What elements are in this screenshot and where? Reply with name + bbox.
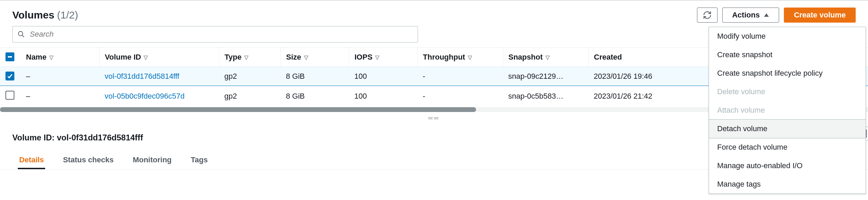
sort-icon[interactable]: ▽ [49, 54, 53, 61]
refresh-icon [703, 11, 712, 20]
title-count: (1/2) [57, 9, 78, 21]
menu-delete-volume: Delete volume [709, 83, 866, 101]
cell-type: gp2 [224, 72, 237, 80]
refresh-button[interactable] [697, 8, 718, 23]
actions-label: Actions [732, 11, 760, 20]
tab-monitoring[interactable]: Monitoring [131, 152, 173, 169]
search-input[interactable] [30, 30, 413, 39]
svg-point-1 [18, 32, 23, 36]
menu-detach-volume[interactable]: Detach volume [709, 119, 866, 138]
drag-handle-icon: ══ [428, 115, 440, 122]
sort-icon[interactable]: ▽ [144, 54, 148, 61]
page-title: Volumes (1/2) [12, 9, 78, 21]
col-iops[interactable]: IOPS [355, 53, 373, 61]
cell-size: 8 GiB [286, 92, 305, 100]
row-checkbox[interactable] [5, 72, 14, 80]
col-volume-id[interactable]: Volume ID [105, 53, 141, 61]
col-name[interactable]: Name [26, 53, 47, 61]
col-throughput[interactable]: Throughput [423, 53, 465, 61]
cell-iops: 100 [354, 92, 367, 100]
sort-icon[interactable]: ▽ [375, 54, 379, 61]
cell-iops: 100 [354, 72, 367, 80]
col-created[interactable]: Created [594, 53, 622, 61]
actions-button[interactable]: Actions [722, 8, 779, 23]
search-icon [17, 30, 25, 38]
cell-created: 2023/01/26 21:42 [594, 92, 652, 100]
menu-attach-volume: Attach volume [709, 101, 866, 120]
sort-icon[interactable]: ▽ [244, 54, 248, 61]
cell-name: – [26, 92, 30, 100]
cell-snapshot: snap-09c2129… [508, 72, 563, 80]
menu-manage-auto-enabled-io[interactable]: Manage auto-enabled I/O [709, 157, 866, 175]
menu-force-detach-volume[interactable]: Force detach volume [709, 138, 866, 157]
menu-manage-tags[interactable]: Manage tags [709, 175, 866, 193]
cell-size: 8 GiB [286, 72, 305, 80]
actions-dropdown: Modify volume Create snapshot Create sna… [709, 27, 866, 194]
cell-type: gp2 [224, 92, 237, 100]
tab-details[interactable]: Details [18, 152, 45, 169]
create-volume-label: Create volume [794, 11, 846, 20]
cell-created: 2023/01/26 19:46 [594, 72, 652, 80]
tab-tags[interactable]: Tags [189, 152, 209, 169]
volume-id-link[interactable]: vol-05b0c9fdec096c57d [105, 92, 185, 100]
sort-icon[interactable]: ▽ [304, 54, 308, 61]
detail-title-prefix: Volume ID: [12, 133, 57, 142]
cell-throughput: - [423, 92, 425, 100]
sort-icon[interactable]: ▽ [468, 54, 472, 61]
svg-marker-0 [764, 13, 769, 17]
select-all-checkbox[interactable] [5, 52, 14, 61]
tab-status-checks[interactable]: Status checks [62, 152, 115, 169]
sort-icon[interactable]: ▽ [545, 54, 550, 61]
svg-rect-3 [8, 56, 12, 58]
cell-throughput: - [423, 72, 425, 80]
col-snapshot[interactable]: Snapshot [509, 53, 543, 61]
scroll-thumb[interactable] [0, 107, 476, 112]
menu-create-snapshot[interactable]: Create snapshot [709, 46, 866, 64]
cell-name: – [26, 72, 30, 80]
detail-volume-id: vol-0f31dd176d5814fff [57, 133, 143, 142]
create-volume-button[interactable]: Create volume [784, 8, 856, 23]
volume-id-link[interactable]: vol-0f31dd176d5814fff [105, 72, 179, 80]
row-checkbox[interactable] [5, 91, 14, 100]
caret-up-icon [764, 13, 769, 17]
cell-snapshot: snap-0c5b583… [508, 92, 563, 100]
menu-modify-volume[interactable]: Modify volume [709, 27, 866, 46]
col-size[interactable]: Size [286, 53, 301, 61]
menu-create-snapshot-lifecycle-policy[interactable]: Create snapshot lifecycle policy [709, 64, 866, 83]
search-input-wrap[interactable] [12, 26, 418, 42]
title-text: Volumes [12, 9, 54, 21]
col-type[interactable]: Type [225, 53, 242, 61]
svg-line-2 [22, 35, 24, 37]
